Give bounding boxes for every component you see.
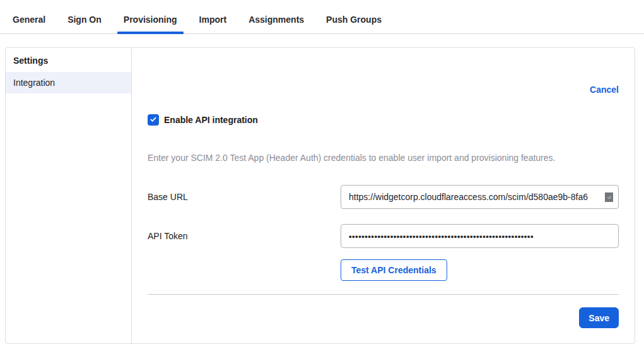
tab-import[interactable]: Import [199,0,227,34]
settings-sidebar: Settings Integration [6,48,132,343]
base-url-input-wrap: ⏎ [341,185,619,209]
cancel-row: Cancel [148,85,619,94]
tab-bar: General Sign On Provisioning Import Assi… [0,0,644,34]
test-credentials-row: Test API Credentials [341,259,619,281]
tab-provisioning[interactable]: Provisioning [124,0,177,34]
api-token-input[interactable] [341,224,619,248]
base-url-field-row: Base URL ⏎ [148,185,619,209]
tab-assignments[interactable]: Assignments [249,0,304,34]
api-token-label: API Token [148,231,341,241]
enable-api-integration-checkbox[interactable] [148,114,159,126]
test-api-credentials-button[interactable]: Test API Credentials [341,259,447,281]
sidebar-item-integration[interactable]: Integration [6,72,131,93]
cancel-button[interactable]: Cancel [590,85,619,95]
checkmark-icon [149,114,157,126]
enable-api-integration-label: Enable API integration [164,115,258,125]
enable-api-integration-row: Enable API integration [148,114,619,126]
api-token-field-row: API Token [148,224,619,248]
integration-settings-form: Cancel Enable API integration Enter your… [132,48,635,343]
api-token-input-wrap [341,224,619,248]
content-divider [148,294,619,295]
save-button[interactable]: Save [579,307,619,328]
credentials-description: Enter your SCIM 2.0 Test App (Header Aut… [148,153,619,162]
sidebar-heading: Settings [6,54,131,72]
tab-sign-on[interactable]: Sign On [67,0,102,34]
base-url-label: Base URL [148,192,341,202]
tab-general[interactable]: General [13,0,45,34]
provisioning-panel: Settings Integration Cancel Enable API i… [5,47,635,344]
save-row: Save [148,307,619,328]
base-url-input[interactable] [341,185,619,209]
tab-push-groups[interactable]: Push Groups [326,0,382,34]
